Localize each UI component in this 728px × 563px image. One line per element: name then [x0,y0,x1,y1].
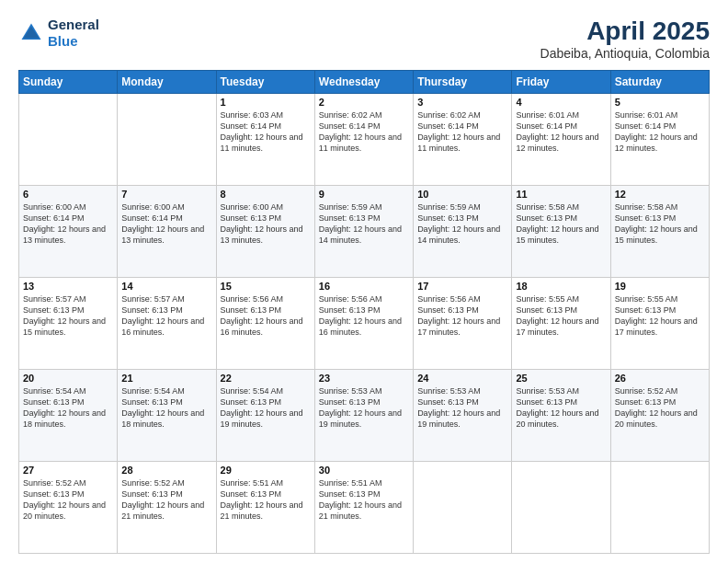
sunset-text: Sunset: 6:13 PM [417,397,479,407]
sunset-text: Sunset: 6:14 PM [319,121,381,131]
day-number: 24 [417,373,507,384]
day-number: 4 [516,97,606,108]
sunrise-text: Sunrise: 5:55 AM [615,294,678,304]
sunset-text: Sunset: 6:13 PM [23,397,85,407]
sunrise-text: Sunrise: 5:53 AM [319,386,382,396]
daylight-text: Daylight: 12 hours and 13 minutes. [23,224,106,245]
sunrise-text: Sunrise: 5:54 AM [221,386,284,396]
sunset-text: Sunset: 6:13 PM [23,305,85,315]
day-number: 6 [23,189,113,200]
sunset-text: Sunset: 6:13 PM [121,305,183,315]
day-number: 29 [221,465,311,476]
week-row-2: 6Sunrise: 6:00 AMSunset: 6:14 PMDaylight… [19,186,710,278]
daylight-text: Daylight: 12 hours and 13 minutes. [221,224,303,245]
day-info: Sunrise: 5:52 AMSunset: 6:13 PMDaylight:… [121,477,211,523]
logo-general-text: General [48,17,99,32]
calendar-title: April 2025 [540,17,710,46]
cell-w2-d6: 11Sunrise: 5:58 AMSunset: 6:13 PMDayligh… [512,186,610,278]
sunset-text: Sunset: 6:13 PM [417,305,479,315]
daylight-text: Daylight: 12 hours and 11 minutes. [417,132,500,153]
sunrise-text: Sunrise: 5:53 AM [417,386,481,396]
day-number: 18 [516,281,606,292]
day-number: 9 [319,189,409,200]
daylight-text: Daylight: 12 hours and 21 minutes. [121,500,204,521]
sunset-text: Sunset: 6:13 PM [121,397,183,407]
cell-w5-d2: 28Sunrise: 5:52 AMSunset: 6:13 PMDayligh… [118,462,216,554]
sunrise-text: Sunrise: 5:52 AM [23,478,86,488]
day-info: Sunrise: 5:54 AMSunset: 6:13 PMDaylight:… [23,385,113,431]
daylight-text: Daylight: 12 hours and 11 minutes. [221,132,303,153]
day-number: 5 [615,97,705,108]
day-info: Sunrise: 6:02 AMSunset: 6:14 PMDaylight:… [417,109,507,155]
cell-w5-d5 [414,462,512,554]
daylight-text: Daylight: 12 hours and 12 minutes. [615,132,698,153]
day-info: Sunrise: 6:03 AMSunset: 6:14 PMDaylight:… [221,109,311,155]
day-info: Sunrise: 5:54 AMSunset: 6:13 PMDaylight:… [121,385,211,431]
cell-w3-d4: 16Sunrise: 5:56 AMSunset: 6:13 PMDayligh… [314,278,413,370]
daylight-text: Daylight: 12 hours and 15 minutes. [516,224,598,245]
day-number: 28 [121,465,211,476]
week-row-4: 20Sunrise: 5:54 AMSunset: 6:13 PMDayligh… [19,370,710,462]
sunrise-text: Sunrise: 6:00 AM [23,202,86,212]
sunrise-text: Sunrise: 5:51 AM [319,478,382,488]
day-info: Sunrise: 6:00 AMSunset: 6:14 PMDaylight:… [121,201,211,247]
day-number: 20 [23,373,113,384]
col-wednesday: Wednesday [314,71,413,94]
sunset-text: Sunset: 6:13 PM [221,489,282,499]
day-info: Sunrise: 5:58 AMSunset: 6:13 PMDaylight:… [516,201,606,247]
cell-w5-d6 [512,462,610,554]
header: General Blue April 2025 Dabeiba, Antioqu… [18,17,710,61]
sunrise-text: Sunrise: 6:02 AM [319,110,382,120]
sunrise-text: Sunrise: 6:01 AM [516,110,579,120]
daylight-text: Daylight: 12 hours and 17 minutes. [516,316,598,337]
daylight-text: Daylight: 12 hours and 16 minutes. [319,316,402,337]
day-number: 22 [221,373,311,384]
logo: General Blue [18,17,99,50]
day-info: Sunrise: 5:56 AMSunset: 6:13 PMDaylight:… [417,293,507,339]
calendar-subtitle: Dabeiba, Antioquia, Colombia [540,46,710,61]
day-number: 19 [615,281,705,292]
day-number: 23 [319,373,409,384]
sunset-text: Sunset: 6:13 PM [221,305,282,315]
col-friday: Friday [512,71,610,94]
sunrise-text: Sunrise: 5:56 AM [417,294,481,304]
daylight-text: Daylight: 12 hours and 19 minutes. [417,408,500,429]
day-number: 13 [23,281,113,292]
sunrise-text: Sunrise: 6:00 AM [121,202,185,212]
day-info: Sunrise: 6:00 AMSunset: 6:13 PMDaylight:… [221,201,311,247]
week-row-5: 27Sunrise: 5:52 AMSunset: 6:13 PMDayligh… [19,462,710,554]
daylight-text: Daylight: 12 hours and 20 minutes. [615,408,698,429]
logo-text: General Blue [48,17,99,50]
sunrise-text: Sunrise: 5:58 AM [615,202,678,212]
day-number: 1 [221,97,311,108]
day-info: Sunrise: 5:53 AMSunset: 6:13 PMDaylight:… [516,385,606,431]
day-number: 11 [516,189,606,200]
sunset-text: Sunset: 6:13 PM [221,213,282,223]
daylight-text: Daylight: 12 hours and 19 minutes. [319,408,402,429]
sunset-text: Sunset: 6:14 PM [121,213,183,223]
cell-w3-d1: 13Sunrise: 5:57 AMSunset: 6:13 PMDayligh… [19,278,118,370]
cell-w2-d4: 9Sunrise: 5:59 AMSunset: 6:13 PMDaylight… [314,186,413,278]
sunset-text: Sunset: 6:13 PM [221,397,282,407]
sunset-text: Sunset: 6:13 PM [319,397,381,407]
cell-w5-d4: 30Sunrise: 5:51 AMSunset: 6:13 PMDayligh… [314,462,413,554]
cell-w4-d6: 25Sunrise: 5:53 AMSunset: 6:13 PMDayligh… [512,370,610,462]
sunset-text: Sunset: 6:14 PM [221,121,282,131]
daylight-text: Daylight: 12 hours and 11 minutes. [319,132,402,153]
day-number: 26 [615,373,705,384]
day-info: Sunrise: 6:00 AMSunset: 6:14 PMDaylight:… [23,201,113,247]
cell-w2-d5: 10Sunrise: 5:59 AMSunset: 6:13 PMDayligh… [414,186,512,278]
col-sunday: Sunday [19,71,118,94]
sunrise-text: Sunrise: 6:01 AM [615,110,678,120]
sunrise-text: Sunrise: 5:57 AM [121,294,185,304]
day-info: Sunrise: 5:57 AMSunset: 6:13 PMDaylight:… [121,293,211,339]
sunrise-text: Sunrise: 5:58 AM [516,202,579,212]
day-info: Sunrise: 5:52 AMSunset: 6:13 PMDaylight:… [615,385,705,431]
col-saturday: Saturday [610,71,709,94]
cell-w2-d3: 8Sunrise: 6:00 AMSunset: 6:13 PMDaylight… [216,186,314,278]
day-number: 2 [319,97,409,108]
day-info: Sunrise: 5:52 AMSunset: 6:13 PMDaylight:… [23,477,113,523]
col-thursday: Thursday [414,71,512,94]
daylight-text: Daylight: 12 hours and 18 minutes. [121,408,204,429]
week-row-3: 13Sunrise: 5:57 AMSunset: 6:13 PMDayligh… [19,278,710,370]
